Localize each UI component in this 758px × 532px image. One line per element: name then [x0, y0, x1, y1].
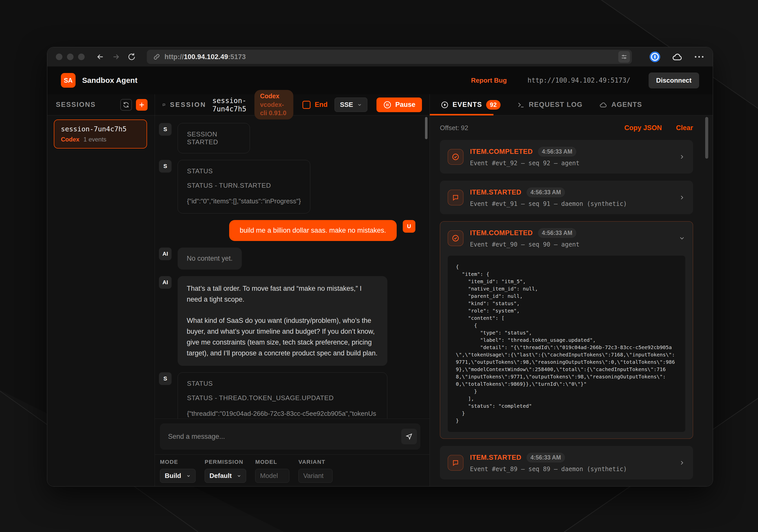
reload-icon: [127, 52, 136, 61]
session-label: SESSION: [170, 101, 206, 109]
mode-select[interactable]: Build: [160, 469, 195, 483]
message-input[interactable]: [168, 433, 401, 441]
terminal-icon: [517, 101, 525, 109]
variant-input[interactable]: [298, 469, 332, 483]
reader-settings-button[interactable]: [618, 51, 630, 63]
system-avatar: S: [159, 372, 172, 385]
tab-events-label: EVENTS: [453, 101, 482, 109]
panel-tabs: EVENTS 92 REQUEST LOG AGENTS: [430, 94, 713, 116]
send-button[interactable]: [401, 429, 417, 444]
ai-message-bubble: That’s a tall order. To move fast and “m…: [178, 276, 387, 366]
message-composer: [155, 418, 430, 454]
end-checkbox[interactable]: [302, 101, 311, 109]
message-json: {"id":"0","items":[],"status":"inProgres…: [187, 196, 301, 206]
event-type: ITEM.COMPLETED: [470, 148, 533, 156]
variant-option: VARIANT: [298, 459, 332, 486]
new-session-button[interactable]: [136, 99, 148, 111]
event-started-icon: [448, 455, 464, 471]
event-time: 4:56:33 AM: [538, 147, 576, 157]
onepassword-icon[interactable]: [649, 51, 661, 63]
model-input[interactable]: [255, 469, 289, 483]
permission-label: PERMISSION: [205, 459, 246, 465]
end-label: End: [315, 101, 327, 109]
mode-option: MODE Build: [160, 459, 195, 486]
event-meta: Event #evt_92 — seq 92 — agent: [470, 160, 672, 167]
copy-json-button[interactable]: Copy JSON: [624, 124, 662, 132]
event-card[interactable]: ITEM.STARTED 4:56:33 AM Event #evt_89 — …: [440, 446, 693, 480]
system-avatar: S: [159, 123, 172, 136]
address-bar[interactable]: http://100.94.102.49:5173: [147, 50, 632, 64]
mode-label: MODE: [160, 459, 195, 465]
permission-select[interactable]: Default: [205, 469, 246, 483]
expand-event-button[interactable]: [679, 153, 685, 160]
event-card[interactable]: ITEM.COMPLETED 4:56:33 AM Event #evt_92 …: [440, 140, 693, 174]
chat-message: AI That’s a tall order. To move fast and…: [159, 276, 415, 366]
model-label: MODEL: [255, 459, 289, 465]
chat-bubble-icon: [452, 459, 459, 467]
url-port: :5173: [228, 53, 246, 61]
url-text: http://100.94.102.49:5173: [164, 53, 614, 61]
ai-paragraph: What kind of SaaS do you want (industry/…: [187, 315, 378, 359]
back-button[interactable]: [95, 51, 106, 62]
tab-agents[interactable]: AGENTS: [599, 94, 642, 115]
link-icon: [153, 53, 160, 61]
tab-request-log[interactable]: REQUEST LOG: [517, 94, 583, 115]
session-list-item[interactable]: session-7un4c7h5 Codex1 events: [54, 119, 147, 149]
close-window-button[interactable]: [56, 53, 62, 60]
play-circle-icon: [441, 101, 448, 109]
disconnect-button[interactable]: Disconnect: [649, 73, 699, 88]
event-card-expanded[interactable]: ITEM.COMPLETED 4:56:33 AM Event #evt_90 …: [440, 221, 693, 439]
refresh-sessions-button[interactable]: [120, 99, 132, 111]
model-option: MODEL: [255, 459, 289, 486]
maximize-window-button[interactable]: [78, 53, 85, 60]
chat-log: S SESSION STARTED S STATUS STATUS - TURN…: [155, 116, 430, 418]
check-circle-icon: [452, 153, 460, 161]
browser-window: http://100.94.102.49:5173 SA Sandbox Age…: [47, 47, 713, 486]
chat-message: S STATUS STATUS - TURN.STARTED {"id":"0"…: [159, 160, 415, 214]
message-label: STATUS: [187, 380, 378, 387]
send-icon: [405, 433, 413, 440]
user-message-bubble: build me a billion dollar saas. make no …: [229, 220, 397, 241]
events-scrollbar-thumb[interactable]: [705, 117, 708, 159]
session-agent-badge: Codex: [61, 136, 79, 143]
minimize-window-button[interactable]: [67, 53, 74, 60]
forward-button[interactable]: [110, 51, 121, 62]
transport-select[interactable]: SSE: [334, 97, 367, 112]
event-time: 4:56:33 AM: [527, 187, 565, 197]
message-bubble: STATUS STATUS - THREAD.TOKEN_USAGE.UPDAT…: [178, 372, 387, 418]
refresh-icon: [122, 101, 130, 108]
ai-placeholder-text: No content yet.: [187, 255, 233, 262]
session-events-count: 1 events: [84, 136, 106, 143]
tab-events[interactable]: EVENTS 92: [441, 94, 500, 115]
expand-event-button[interactable]: [679, 194, 685, 201]
end-session-control[interactable]: End: [302, 101, 327, 109]
ai-paragraph: That’s a tall order. To move fast and “m…: [187, 283, 378, 305]
expand-event-button[interactable]: [679, 459, 685, 466]
chat-bubble-icon: [452, 194, 459, 201]
ai-avatar: AI: [159, 248, 172, 260]
app-title: Sandbox Agent: [82, 76, 137, 84]
cloud-icon[interactable]: [672, 52, 683, 61]
user-avatar: U: [403, 220, 415, 233]
event-started-icon: [448, 190, 464, 205]
event-type: ITEM.STARTED: [470, 454, 522, 461]
plus-icon: [138, 102, 145, 108]
pause-button[interactable]: Pause: [376, 97, 422, 112]
more-options-icon[interactable]: [694, 55, 704, 58]
event-card[interactable]: ITEM.STARTED 4:56:33 AM Event #evt_91 — …: [440, 181, 693, 214]
event-time: 4:56:33 AM: [538, 228, 576, 238]
chevron-down-icon: [357, 102, 362, 107]
chevron-right-icon: [679, 459, 685, 466]
report-bug-link[interactable]: Report Bug: [471, 77, 507, 84]
agents-cloud-icon: [599, 102, 607, 108]
collapse-event-button[interactable]: [679, 235, 685, 242]
tab-agents-label: AGENTS: [611, 101, 642, 109]
event-completed-icon: [448, 230, 464, 246]
traffic-lights: [56, 53, 85, 60]
reload-button[interactable]: [126, 51, 137, 62]
sessions-header: SESSIONS: [47, 94, 155, 116]
events-list: Offset: 92 Copy JSON Clear ITEM.COMPLETE…: [430, 116, 713, 486]
clear-events-button[interactable]: Clear: [676, 124, 693, 132]
chat-scrollbar-thumb[interactable]: [425, 117, 428, 139]
event-meta: Event #evt_89 — seq 89 — daemon (synthet…: [470, 466, 672, 473]
